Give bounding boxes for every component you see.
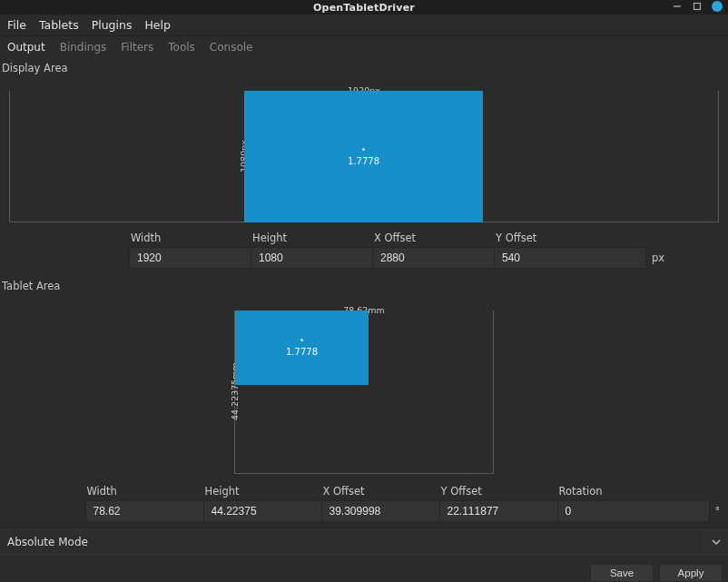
display-height-label: Height bbox=[251, 232, 356, 244]
display-yoffset-field: Y Offset px bbox=[494, 232, 599, 269]
display-ratio: 1.7778 bbox=[348, 156, 379, 166]
display-fields: Width px Height px X Offset px Y Offset bbox=[0, 228, 728, 276]
tab-tools[interactable]: Tools bbox=[168, 41, 195, 54]
center-dot-icon bbox=[362, 148, 365, 151]
display-width-label: Width bbox=[129, 232, 234, 244]
tab-filters[interactable]: Filters bbox=[121, 41, 153, 54]
tab-bar: Output Bindings Filters Tools Console bbox=[0, 36, 728, 58]
svg-rect-1 bbox=[694, 4, 701, 10]
tab-bindings[interactable]: Bindings bbox=[60, 41, 107, 54]
tablet-fields: Width mm Height mm X Offset mm Y Offset bbox=[0, 481, 728, 529]
display-area-canvas[interactable]: 1920px 1080px 1.7778 bbox=[9, 91, 719, 222]
window-controls bbox=[672, 1, 723, 12]
chevron-down-icon bbox=[712, 538, 721, 547]
tablet-height-label: Height bbox=[203, 485, 312, 498]
display-height-field: Height px bbox=[251, 232, 356, 269]
display-xoffset-label: X Offset bbox=[372, 232, 477, 244]
maximize-icon bbox=[693, 2, 702, 11]
window-title: OpenTabletDriver bbox=[313, 2, 415, 14]
mode-dropdown-button[interactable] bbox=[704, 530, 728, 554]
menu-plugins[interactable]: Plugins bbox=[92, 18, 133, 32]
unit-deg: ° bbox=[715, 505, 721, 518]
tablet-area-label: Tablet Area bbox=[0, 276, 728, 294]
tablet-rotation-input[interactable] bbox=[557, 500, 710, 522]
display-mapping-region[interactable]: 1.7778 bbox=[244, 91, 483, 222]
tablet-area-section: Tablet Area 78.62mm 44.22375mm 1.7778 Wi… bbox=[0, 276, 728, 529]
mode-label: Absolute Mode bbox=[0, 530, 704, 554]
menu-file[interactable]: File bbox=[7, 18, 26, 32]
menu-tablets[interactable]: Tablets bbox=[39, 18, 79, 32]
display-yoffset-input[interactable] bbox=[494, 247, 646, 269]
minimize-icon bbox=[673, 2, 682, 11]
close-button[interactable] bbox=[712, 1, 723, 12]
tablet-ratio: 1.7778 bbox=[286, 347, 318, 357]
menubar: File Tablets Plugins Help bbox=[0, 15, 728, 36]
unit-px: px bbox=[652, 252, 664, 264]
tablet-area-canvas[interactable]: 78.62mm 44.22375mm 1.7778 bbox=[234, 311, 494, 474]
titlebar: OpenTabletDriver bbox=[0, 0, 728, 15]
display-area-label: Display Area bbox=[0, 58, 728, 76]
footer: Save Apply bbox=[590, 558, 728, 582]
apply-button[interactable]: Apply bbox=[659, 564, 723, 582]
tablet-height-field: Height mm bbox=[203, 485, 312, 522]
display-width-field: Width px bbox=[129, 232, 234, 269]
tablet-width-field: Width mm bbox=[85, 485, 194, 522]
mode-selector[interactable]: Absolute Mode bbox=[0, 529, 728, 555]
tablet-yoffset-label: Y Offset bbox=[439, 485, 548, 498]
menu-help[interactable]: Help bbox=[144, 18, 171, 32]
tablet-rotation-label: Rotation bbox=[557, 485, 644, 498]
tablet-width-label: Width bbox=[85, 485, 194, 498]
tablet-mapping-region[interactable]: 1.7778 bbox=[235, 311, 369, 385]
display-xoffset-field: X Offset px bbox=[372, 232, 477, 269]
display-yoffset-label: Y Offset bbox=[494, 232, 599, 244]
tablet-yoffset-field: Y Offset mm bbox=[439, 485, 548, 522]
save-button[interactable]: Save bbox=[590, 564, 654, 582]
display-area-section: Display Area 1920px 1080px 1.7778 Width … bbox=[0, 58, 728, 276]
tablet-xoffset-field: X Offset mm bbox=[321, 485, 430, 522]
tab-console[interactable]: Console bbox=[210, 41, 253, 54]
tab-output[interactable]: Output bbox=[7, 41, 45, 54]
minimize-button[interactable] bbox=[672, 1, 683, 12]
maximize-button[interactable] bbox=[692, 1, 703, 12]
center-dot-icon bbox=[300, 339, 303, 341]
tablet-xoffset-label: X Offset bbox=[321, 485, 430, 498]
tablet-rotation-field: Rotation ° bbox=[557, 485, 644, 522]
